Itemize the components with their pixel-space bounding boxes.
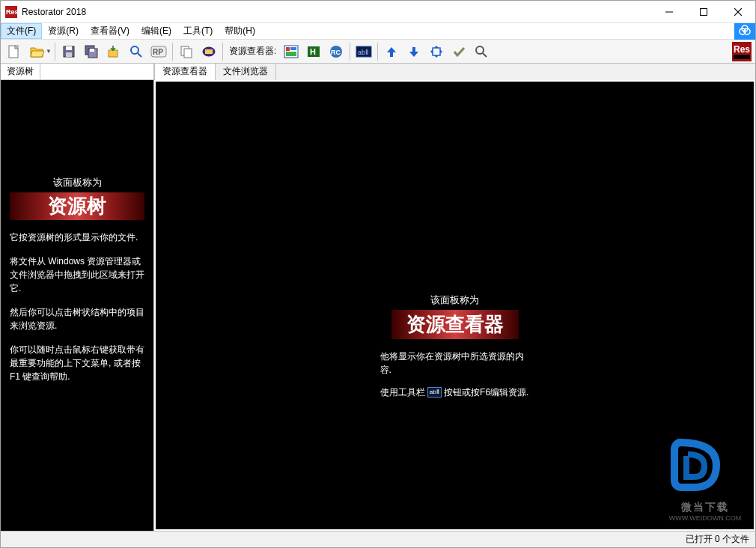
svg-rect-15 — [66, 52, 72, 57]
svg-marker-12 — [31, 51, 44, 57]
svg-rect-3 — [701, 8, 707, 15]
svg-line-46 — [483, 53, 487, 57]
watermark: 微当下载 WWW.WEIDOWN.COM — [664, 433, 746, 522]
app-icon: Res — [5, 6, 17, 18]
svg-rect-19 — [109, 50, 118, 57]
status-text: 已打开 0 个文件 — [686, 533, 749, 546]
right-para-2: 使用工具栏 abⅡ 按钮或按F6编辑资源. — [380, 386, 530, 399]
expand-icon[interactable] — [426, 41, 447, 62]
right-heading-banner: 资源查看器 — [391, 310, 519, 339]
svg-marker-44 — [440, 49, 442, 54]
check-icon[interactable] — [448, 41, 469, 62]
left-para-1: 它按资源树的形式显示你的文件. — [10, 231, 144, 244]
titlebar: Res Restorator 2018 — [1, 1, 755, 23]
tab-resource-viewer[interactable]: 资源查看器 — [154, 64, 216, 80]
menu-help[interactable]: 帮助(H) — [219, 23, 261, 39]
svg-point-45 — [476, 46, 484, 54]
svg-marker-42 — [434, 55, 439, 58]
menu-file[interactable]: 文件(F) — [1, 23, 42, 39]
right-heading-big: 资源查看器 — [406, 311, 504, 338]
svg-rect-40 — [433, 48, 440, 55]
left-heading-small: 该面板称为 — [10, 176, 144, 189]
rp-icon[interactable]: RP — [148, 41, 169, 62]
left-heading-banner: 资源树 — [10, 192, 144, 220]
save-icon[interactable] — [58, 41, 79, 62]
new-file-icon[interactable] — [4, 41, 25, 62]
svg-rect-14 — [66, 46, 72, 50]
svg-rect-27 — [205, 49, 213, 54]
up-arrow-icon[interactable] — [381, 41, 402, 62]
svg-rect-18 — [90, 49, 94, 52]
tab-resource-tree[interactable]: 资源树 — [1, 64, 40, 80]
viewer-hex-icon[interactable]: H — [303, 41, 324, 62]
main-area: 资源树 该面板称为 资源树 它按资源树的形式显示你的文件. 将文件从 Windo… — [1, 64, 755, 531]
viewer-rc-icon[interactable]: RC — [326, 41, 347, 62]
search-icon[interactable] — [471, 41, 492, 62]
menu-resource[interactable]: 资源(R) — [42, 23, 85, 39]
down-arrow-icon[interactable] — [403, 41, 424, 62]
svg-text:RC: RC — [331, 49, 341, 56]
resource-viewer-body: 该面板称为 资源查看器 他将显示你在资源树中所选资源的内容. 使用工具栏 abⅡ… — [156, 82, 754, 529]
svg-text:RP: RP — [153, 48, 163, 56]
left-para-4: 你可以随时点击鼠标右键获取带有最重要功能的上下文菜单, 或者按 F1 键查询帮助… — [10, 343, 144, 383]
svg-marker-39 — [409, 47, 418, 57]
save-all-icon[interactable] — [81, 41, 102, 62]
menu-edit[interactable]: 编辑(E) — [135, 23, 177, 39]
left-para-2: 将文件从 Windows 资源管理器或文件浏览器中拖拽到此区域来打开它. — [10, 255, 144, 295]
menu-tools[interactable]: 工具(T) — [177, 23, 219, 39]
inline-dialog-icon: abⅡ — [427, 387, 442, 398]
open-folder-icon[interactable] — [26, 41, 47, 62]
resource-tree-body[interactable]: 该面板称为 资源树 它按资源树的形式显示你的文件. 将文件从 Windows 资… — [1, 80, 153, 531]
copy-icon[interactable] — [176, 41, 197, 62]
svg-text:Res: Res — [734, 44, 750, 55]
window-controls — [652, 1, 755, 22]
left-heading-big: 资源树 — [10, 193, 144, 219]
svg-text:H: H — [310, 47, 316, 56]
svg-rect-29 — [286, 47, 290, 51]
menubar: 文件(F) 资源(R) 查看器(V) 编辑(E) 工具(T) 帮助(H) — [1, 23, 755, 40]
close-button[interactable] — [721, 1, 755, 22]
menu-viewer[interactable]: 查看器(V) — [85, 23, 135, 39]
resource-viewer-panel: 资源查看器 文件浏览器 该面板称为 资源查看器 他将显示你在资源树中所选资源的内… — [154, 64, 755, 531]
tab-file-browser[interactable]: 文件浏览器 — [215, 64, 276, 80]
window-title: Restorator 2018 — [22, 7, 652, 17]
svg-marker-38 — [387, 47, 396, 57]
viewer-image-icon[interactable] — [281, 41, 302, 62]
minimize-button[interactable] — [652, 1, 686, 22]
res-logo-icon: Res — [731, 41, 752, 62]
watermark-sub: WWW.WEIDOWN.COM — [664, 514, 746, 522]
svg-marker-43 — [430, 49, 433, 54]
extract-icon[interactable] — [103, 41, 124, 62]
viewer-dialog-icon[interactable]: abⅡ — [353, 41, 374, 62]
right-heading-small: 该面板称为 — [430, 293, 479, 307]
svg-text:abⅡ: abⅡ — [358, 49, 368, 56]
svg-point-20 — [131, 46, 138, 54]
left-para-3: 然后你可以点击树状结构中的项目来浏览资源. — [10, 305, 144, 332]
svg-rect-25 — [184, 49, 192, 58]
toolbar: ▼ RP 资源查看器: H RC abⅡ Res — [1, 40, 755, 64]
dropdown-icon[interactable]: ▼ — [46, 48, 52, 55]
watermark-text: 微当下载 — [664, 501, 746, 514]
statusbar: 已打开 0 个文件 — [1, 531, 755, 547]
svg-line-21 — [138, 53, 141, 57]
right-para-1: 他将显示你在资源树中所选资源的内容. — [380, 350, 530, 377]
svg-marker-41 — [434, 46, 439, 48]
watermark-logo-icon — [664, 433, 746, 501]
maximize-button[interactable] — [686, 1, 721, 22]
help-book-icon[interactable] — [198, 41, 219, 62]
find-icon[interactable] — [126, 41, 147, 62]
viewer-label: 资源查看器: — [226, 45, 279, 58]
svg-text:Res: Res — [6, 8, 17, 16]
svg-rect-30 — [290, 47, 296, 50]
resource-tree-panel: 资源树 该面板称为 资源树 它按资源树的形式显示你的文件. 将文件从 Windo… — [1, 64, 154, 531]
svg-rect-49 — [734, 55, 750, 59]
svg-rect-31 — [286, 52, 296, 56]
menubar-right-icon[interactable] — [734, 23, 755, 40]
